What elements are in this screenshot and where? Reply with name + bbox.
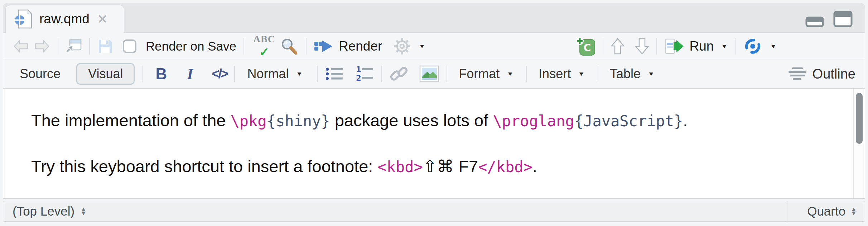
caret-down-icon: ▼	[721, 43, 728, 50]
separator	[526, 66, 527, 82]
bullet-list-button[interactable]	[325, 66, 344, 82]
render-on-save-label: Render on Save	[146, 39, 236, 53]
caret-down-icon: ▼	[648, 71, 655, 77]
caret-down-icon: ▼	[770, 43, 777, 50]
separator	[317, 66, 318, 82]
svg-text:2: 2	[356, 74, 361, 82]
text-span: \pkg	[230, 112, 266, 130]
separator	[598, 66, 598, 82]
text-span: The implementation of the	[31, 111, 230, 130]
text-span: </kbd>	[478, 158, 532, 176]
caret-down-icon: ▼	[578, 71, 585, 77]
run-button[interactable]: Run ▼	[664, 38, 728, 55]
text-span: \proglang	[493, 112, 574, 130]
outline-label: Outline	[812, 66, 855, 82]
separator	[603, 38, 603, 55]
caret-down-icon: ▼	[296, 71, 303, 77]
svg-text:1: 1	[356, 66, 361, 74]
pane-window-controls	[805, 11, 853, 27]
render-label: Render	[339, 39, 382, 54]
spellcheck-letters: ABC	[253, 35, 275, 43]
block-format-value: Normal	[247, 66, 289, 81]
stepper-down-icon: ▼	[850, 211, 857, 215]
source-label: Source	[20, 66, 61, 81]
insert-label: Insert	[539, 66, 571, 81]
vertical-scrollbar[interactable]	[853, 89, 865, 198]
tab-title: raw.qmd	[39, 11, 90, 27]
visual-label: Visual	[88, 66, 123, 81]
svg-text:C: C	[584, 42, 591, 54]
publish-button[interactable]: ▼	[743, 37, 777, 55]
maximize-icon[interactable]	[833, 11, 853, 27]
tab-strip: raw.qmd ✕	[3, 3, 865, 33]
separator	[381, 66, 382, 82]
insert-chunk-button[interactable]: C	[575, 37, 595, 56]
separator	[656, 38, 657, 55]
quarto-document-icon	[14, 9, 33, 29]
document-type-selector[interactable]: Quarto ▲ ▼	[787, 201, 865, 221]
outline-toggle-button[interactable]: Outline	[788, 66, 855, 82]
scrollbar-thumb[interactable]	[856, 93, 863, 144]
run-chunks-above-button[interactable]	[611, 38, 625, 55]
separator	[735, 38, 736, 55]
back-button[interactable]	[13, 39, 30, 54]
stepper-icon: ▲ ▼	[80, 207, 87, 215]
table-label: Table	[610, 66, 641, 81]
separator	[58, 38, 58, 55]
visual-editor-canvas[interactable]: The implementation of the \pkg{shiny} pa…	[3, 88, 865, 199]
separator	[89, 38, 90, 55]
stepper-icon: ▲ ▼	[850, 207, 857, 215]
forward-button[interactable]	[33, 39, 50, 54]
render-options-button[interactable]: ▼	[393, 37, 425, 56]
separator	[447, 66, 447, 82]
source-mode-button[interactable]: Source	[16, 64, 64, 84]
format-toolbar: Source Visual B I </> Normal ▼ 1 2	[3, 60, 865, 88]
text-span: .	[683, 111, 688, 130]
separator	[234, 66, 235, 82]
image-button[interactable]	[419, 65, 439, 83]
checkbox[interactable]	[123, 39, 136, 53]
code-icon[interactable]: </>	[212, 66, 227, 81]
caret-down-icon: ▼	[507, 71, 513, 77]
paragraph-1: The implementation of the \pkg{shiny} pa…	[31, 111, 865, 130]
text-span: ⇧⌘ F7	[423, 157, 478, 176]
run-label: Run	[689, 39, 714, 54]
insert-menu[interactable]: Insert ▼	[539, 66, 585, 81]
link-button[interactable]	[389, 65, 409, 83]
numbered-list-button[interactable]: 1 2	[355, 66, 374, 82]
format-label: Format	[459, 66, 500, 81]
render-on-save-checkbox[interactable]: Render on Save	[123, 39, 236, 53]
block-format-dropdown[interactable]: Normal ▼	[247, 66, 303, 81]
text-span: {shiny}	[267, 112, 330, 130]
text-span: <kbd>	[377, 158, 423, 176]
separator	[142, 66, 143, 82]
caret-down-icon: ▼	[419, 43, 425, 50]
minimize-icon[interactable]	[805, 17, 824, 27]
scope-label: (Top Level)	[13, 204, 74, 218]
visual-mode-button[interactable]: Visual	[76, 63, 135, 85]
tab-raw-qmd[interactable]: raw.qmd ✕	[5, 5, 124, 33]
document-type-label: Quarto	[807, 204, 845, 218]
italic-icon[interactable]: I	[187, 65, 193, 83]
open-in-new-window-button[interactable]	[66, 39, 82, 54]
search-button[interactable]	[280, 37, 299, 56]
paragraph-2: Try this keyboard shortcut to insert a f…	[31, 157, 865, 176]
outline-icon	[788, 66, 807, 81]
run-toolbar: Render on Save ABC ✓ Render	[3, 33, 865, 60]
text-span: .	[532, 157, 537, 176]
save-button[interactable]	[97, 38, 114, 55]
text-span: Try this keyboard shortcut to insert a f…	[31, 157, 377, 176]
editor-pane-chrome: raw.qmd ✕	[3, 3, 865, 88]
spellcheck-button[interactable]: ABC ✓	[251, 35, 277, 57]
run-chunks-below-button[interactable]	[635, 38, 649, 55]
render-button[interactable]: Render	[314, 39, 382, 54]
format-menu[interactable]: Format ▼	[459, 66, 513, 81]
separator	[243, 38, 244, 55]
bold-icon[interactable]: B	[155, 65, 167, 83]
table-menu[interactable]: Table ▼	[610, 66, 655, 81]
scope-selector[interactable]: (Top Level) ▲ ▼	[3, 201, 96, 221]
document-body: The implementation of the \pkg{shiny} pa…	[3, 89, 865, 176]
close-icon[interactable]: ✕	[97, 12, 108, 26]
stepper-down-icon: ▼	[80, 211, 87, 215]
separator	[306, 38, 307, 55]
